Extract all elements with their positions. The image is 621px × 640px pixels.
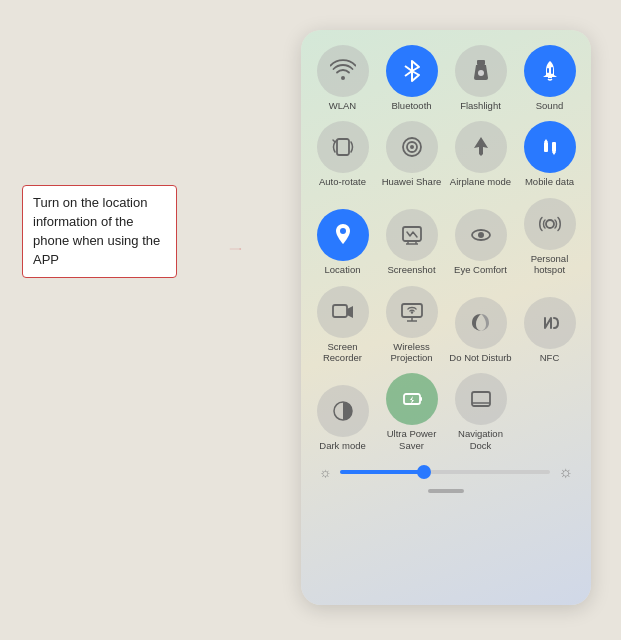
do-not-disturb-label: Do Not Disturb: [449, 352, 511, 363]
ultra-power-saver-icon: [399, 386, 425, 412]
tile-personal-hotspot[interactable]: Personal hotspot: [518, 198, 581, 280]
svg-point-17: [340, 228, 346, 234]
tile-airplane[interactable]: Airplane mode: [449, 121, 512, 191]
bottom-handle: [311, 489, 581, 493]
auto-rotate-label: Auto-rotate: [319, 176, 366, 187]
huawei-share-icon-circle: [386, 121, 438, 173]
dark-mode-icon: [330, 398, 356, 424]
screenshot-icon: [399, 222, 425, 248]
svg-rect-36: [478, 405, 484, 407]
huawei-share-label: Huawei Share: [382, 176, 442, 187]
tile-location[interactable]: Location: [311, 198, 374, 280]
grid-row-1: WLAN Bluetooth Flashlight: [311, 45, 581, 115]
brightness-max-icon: ☼: [558, 463, 573, 481]
dark-mode-label: Dark mode: [319, 440, 365, 451]
location-label: Location: [325, 264, 361, 275]
tooltip-text: Turn on the location information of the …: [33, 195, 160, 267]
brightness-fill: [340, 470, 424, 474]
arrow-line: [178, 248, 293, 250]
brightness-min-icon: ☼: [319, 464, 332, 480]
flashlight-label: Flashlight: [460, 100, 501, 111]
tile-flashlight[interactable]: Flashlight: [449, 45, 512, 115]
tile-nfc[interactable]: NFC: [518, 286, 581, 368]
ultra-power-saver-label: Ultra Power Saver: [380, 428, 443, 451]
svg-rect-14: [552, 142, 556, 152]
svg-marker-33: [410, 396, 414, 404]
navigation-dock-icon-circle: [455, 373, 507, 425]
tile-wlan[interactable]: WLAN: [311, 45, 374, 115]
screen-recorder-label: Screen Recorder: [311, 341, 374, 364]
mobile-data-icon: [537, 134, 563, 160]
navigation-dock-icon: [468, 386, 494, 412]
wlan-icon-circle: [317, 45, 369, 97]
tile-empty: [518, 373, 581, 455]
grid-row-5: Dark mode Ultra Power Saver: [311, 373, 581, 455]
svg-rect-4: [477, 60, 485, 65]
tile-sound[interactable]: Sound: [518, 45, 581, 115]
flashlight-icon-circle: [455, 45, 507, 97]
ultra-power-saver-icon-circle: [386, 373, 438, 425]
svg-line-2: [405, 66, 412, 71]
tile-screen-recorder[interactable]: Screen Recorder: [311, 286, 374, 368]
wireless-projection-label: Wireless Projection: [380, 341, 443, 364]
airplane-icon: [468, 134, 494, 160]
nfc-label: NFC: [540, 352, 560, 363]
tile-do-not-disturb[interactable]: Do Not Disturb: [449, 286, 512, 368]
flashlight-icon: [470, 58, 492, 84]
brightness-track[interactable]: [340, 470, 550, 474]
wireless-projection-icon-circle: [386, 286, 438, 338]
navigation-dock-label: Navigation Dock: [449, 428, 512, 451]
eye-comfort-icon-circle: [455, 209, 507, 261]
bluetooth-icon: [401, 58, 423, 84]
screen-recorder-icon-circle: [317, 286, 369, 338]
svg-rect-8: [551, 67, 553, 74]
auto-rotate-icon: [330, 134, 356, 160]
eye-comfort-icon: [468, 222, 494, 248]
grid-row-2: Auto-rotate Huawei Share Airplane mode: [311, 121, 581, 191]
tile-dark-mode[interactable]: Dark mode: [311, 373, 374, 455]
brightness-thumb: [417, 465, 431, 479]
tile-huawei-share[interactable]: Huawei Share: [380, 121, 443, 191]
svg-rect-32: [420, 397, 422, 401]
location-icon-circle: [317, 209, 369, 261]
wireless-projection-icon: [399, 299, 425, 325]
screenshot-icon-circle: [386, 209, 438, 261]
mobile-data-icon-circle: [524, 121, 576, 173]
tile-auto-rotate[interactable]: Auto-rotate: [311, 121, 374, 191]
sound-icon-circle: [524, 45, 576, 97]
svg-line-3: [405, 71, 412, 76]
auto-rotate-icon-circle: [317, 121, 369, 173]
svg-rect-34: [472, 392, 490, 406]
handle-bar: [428, 489, 464, 493]
nfc-icon-circle: [524, 297, 576, 349]
personal-hotspot-label: Personal hotspot: [518, 253, 581, 276]
screenshot-label: Screenshot: [387, 264, 435, 275]
tile-wireless-projection[interactable]: Wireless Projection: [380, 286, 443, 368]
svg-rect-9: [337, 139, 349, 155]
svg-rect-13: [544, 142, 548, 152]
svg-point-5: [478, 70, 484, 76]
svg-point-24: [546, 220, 554, 228]
tile-bluetooth[interactable]: Bluetooth: [380, 45, 443, 115]
bluetooth-icon-circle: [386, 45, 438, 97]
svg-point-23: [478, 232, 484, 238]
tile-eye-comfort[interactable]: Eye Comfort: [449, 198, 512, 280]
nfc-icon: [537, 310, 563, 336]
airplane-label: Airplane mode: [450, 176, 511, 187]
grid-row-3: Location Screenshot Eye C: [311, 198, 581, 280]
svg-marker-15: [544, 139, 548, 142]
do-not-disturb-icon-circle: [455, 297, 507, 349]
tile-mobile-data[interactable]: Mobile data: [518, 121, 581, 191]
bluetooth-label: Bluetooth: [391, 100, 431, 111]
svg-rect-7: [547, 68, 549, 73]
tile-navigation-dock[interactable]: Navigation Dock: [449, 373, 512, 455]
wlan-label: WLAN: [329, 100, 356, 111]
tile-screenshot[interactable]: Screenshot: [380, 198, 443, 280]
do-not-disturb-icon: [468, 310, 494, 336]
wlan-icon: [330, 58, 356, 84]
tile-ultra-power-saver[interactable]: Ultra Power Saver: [380, 373, 443, 455]
location-icon: [332, 222, 354, 248]
sound-icon: [538, 58, 562, 84]
svg-marker-1: [240, 249, 242, 250]
svg-rect-25: [333, 305, 347, 317]
